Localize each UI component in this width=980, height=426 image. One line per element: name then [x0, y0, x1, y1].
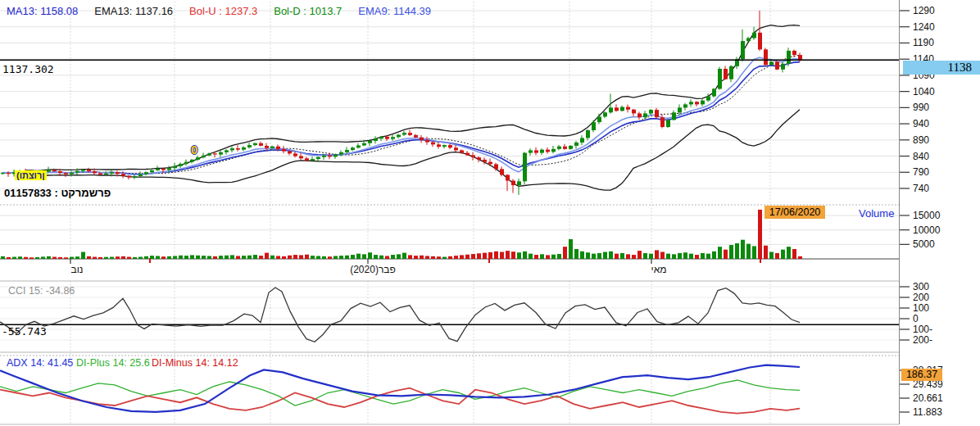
cci-legend: CCI 15: -34.86 [8, 285, 75, 297]
volume-axis-label: 10000 [913, 224, 941, 236]
instrument-label: פרשמרקט : 01157833 [4, 187, 111, 199]
adx-legend-item-1: DI-Plus 14: 25.6 [76, 357, 150, 369]
main-legend-item-2: Bol-U : 1237.3 [189, 5, 257, 17]
bollinger-upper-line [25, 25, 800, 171]
y-axis-label: 1290 [913, 5, 935, 16]
bollinger-lower-line [25, 110, 800, 191]
candles-layer [1, 11, 802, 195]
month-label: מאי [651, 264, 667, 275]
crosshair-date-badge: 17/06/2020 [764, 206, 825, 219]
y-axis-label: 840 [913, 151, 929, 162]
adx-value-badge: 186.37 [901, 369, 942, 381]
last-price-badge: 1138 [903, 61, 980, 75]
main-indicator-legend: MA13: 1158.08EMA13: 1137.16Bol-U : 1237.… [7, 5, 447, 17]
y-axis-label: 890 [913, 134, 929, 146]
volume-panel-title: Volume [859, 207, 894, 220]
volume-axis-label: 5000 [913, 238, 935, 250]
adx-axis-label: 20.661 [913, 392, 943, 404]
y-axis-label: 740 [913, 183, 929, 194]
trading-chart-window: 1290124011901140109010409909408908407907… [0, 0, 980, 426]
cci-axis-label: 200 [913, 292, 929, 303]
cci-axis-label: 100- [913, 324, 932, 335]
cci-line [0, 288, 800, 342]
main-legend-item-0: MA13: 1158.08 [7, 5, 78, 17]
y-axis-label: 1240 [913, 21, 935, 33]
volume-axis-label: 15000 [913, 210, 941, 221]
cci-axis-label: 0 [913, 313, 919, 324]
cci-axis-label: 200- [913, 334, 932, 346]
main-legend-item-3: Bol-D : 1013.7 [274, 5, 342, 17]
cci-axis-label: 100 [913, 302, 929, 314]
y-axis-label: 990 [913, 102, 929, 113]
month-label: פבר(2020) [350, 264, 396, 275]
cci-axis-label: 300 [913, 281, 929, 292]
adx-legend-item-2: DI-Minus 14: 14.12 [152, 357, 238, 369]
cci-level-label: -55.743 [2, 325, 47, 338]
adx-axis-label: 11.883 [913, 406, 942, 418]
main-legend-item-4: EMA9: 1144.39 [358, 5, 431, 17]
y-axis-label: 1040 [913, 86, 935, 97]
yellow-annotation: (ותצורן [15, 170, 47, 180]
ema13-line [2, 62, 800, 174]
y-axis-label: 940 [913, 118, 929, 129]
adx-line [0, 365, 800, 412]
adx-legend-item-0: ADX 14: 41.45 [7, 357, 73, 369]
month-label: נוב [71, 264, 84, 275]
di-plus-line [0, 380, 800, 406]
zero-annotation-marker: 0 [191, 143, 197, 156]
volume-bars-layer [1, 210, 802, 259]
price-level-label: 1137.302 [2, 63, 54, 75]
y-axis-label: 790 [913, 166, 929, 178]
main-legend-item-1: EMA13: 1137.16 [94, 5, 173, 17]
y-axis-label: 1190 [913, 37, 934, 48]
